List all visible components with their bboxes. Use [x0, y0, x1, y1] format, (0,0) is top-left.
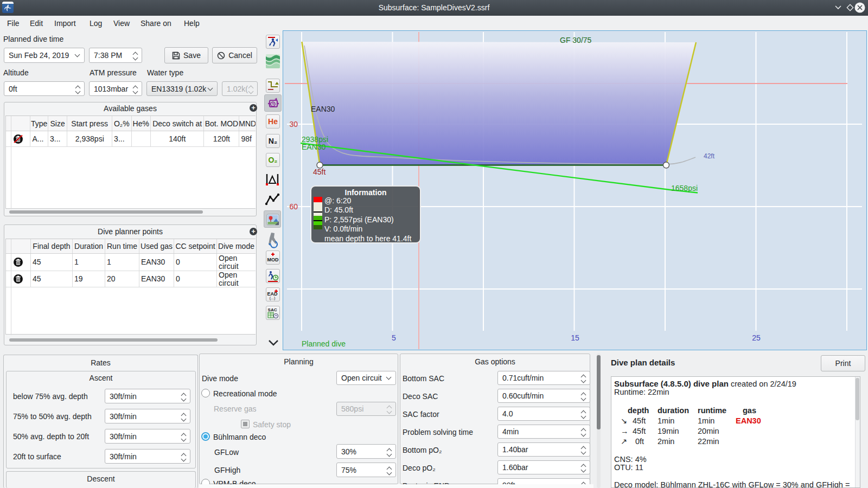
svg-text:(...): (...) — [270, 296, 276, 300]
svg-text:5: 5 — [392, 333, 396, 342]
svg-text:1658psi: 1658psi — [671, 184, 698, 192]
svg-text:30: 30 — [289, 120, 298, 129]
svg-text:SAC: SAC — [268, 307, 277, 312]
svg-text:MOD: MOD — [267, 257, 279, 262]
svg-text:45ft: 45ft — [313, 168, 326, 176]
svg-text:15: 15 — [571, 333, 579, 342]
svg-text:GF 30/75: GF 30/75 — [560, 36, 592, 44]
svg-text:Planned dive: Planned dive — [302, 339, 346, 348]
svg-text:42ft: 42ft — [704, 152, 715, 160]
svg-text:25: 25 — [752, 333, 761, 342]
svg-text:EAN30: EAN30 — [311, 105, 335, 113]
svg-text:60: 60 — [289, 202, 298, 211]
svg-text:EAN30: EAN30 — [302, 143, 326, 151]
